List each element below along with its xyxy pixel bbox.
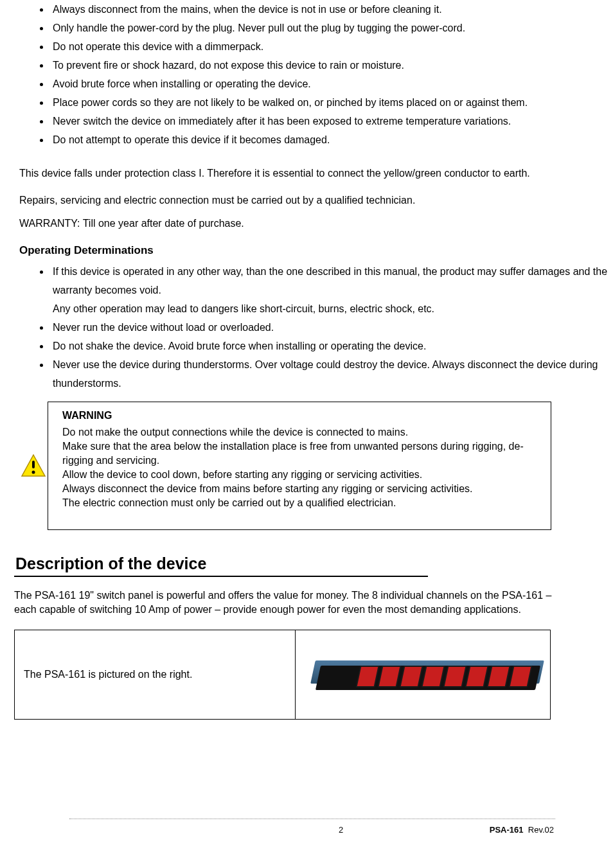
list-item: If this device is operated in any other … bbox=[50, 262, 613, 318]
product-image bbox=[304, 651, 542, 698]
list-item: Do not shake the device. Avoid brute for… bbox=[50, 337, 613, 355]
warning-line: Always disconnect the device from mains … bbox=[62, 483, 473, 494]
bullet-list-safety: Always disconnect from the mains, when t… bbox=[0, 0, 613, 149]
svg-point-2 bbox=[32, 471, 35, 474]
list-item: Never use the device during thunderstorm… bbox=[50, 355, 613, 393]
section-title: Description of the device bbox=[14, 554, 428, 577]
list-item: Never run the device without load or ove… bbox=[50, 318, 613, 337]
list-item: Place power cords so they are not likely… bbox=[50, 93, 613, 112]
footer-rule bbox=[69, 819, 555, 819]
warning-line: The electric connection must only be car… bbox=[62, 497, 396, 508]
warning-row: WARNING Do not make the output connectio… bbox=[19, 402, 613, 530]
footer-page: 2 bbox=[339, 825, 343, 835]
list-item-text: If this device is operated in any other … bbox=[53, 266, 607, 296]
warning-line: Allow the device to cool down, before st… bbox=[62, 469, 422, 480]
bullet-list-operating: If this device is operated in any other … bbox=[0, 262, 613, 393]
operating-heading: Operating Determinations bbox=[19, 244, 613, 257]
protection-class-text: This device falls under protection class… bbox=[19, 166, 574, 181]
list-item: Never switch the device on immediately a… bbox=[50, 112, 613, 130]
warning-title: WARNING bbox=[62, 409, 537, 423]
footer-rev: Rev.02 bbox=[528, 825, 554, 835]
list-item: Do not attempt to operate this device if… bbox=[50, 130, 613, 149]
warning-line: Do not make the output connections while… bbox=[62, 427, 408, 438]
list-item: Avoid brute force when installing or ope… bbox=[50, 75, 613, 93]
list-item-text: Any other operation may lead to dangers … bbox=[53, 303, 434, 314]
footer: 2 PSA-161 Rev.02 bbox=[339, 825, 554, 835]
svg-rect-1 bbox=[32, 461, 35, 468]
warning-line: Make sure that the area below the instal… bbox=[62, 441, 524, 466]
list-item: Only handle the power-cord by the plug. … bbox=[50, 19, 613, 37]
page: Always disconnect from the mains, when t… bbox=[0, 0, 613, 868]
table-left-text: The PSA-161 is pictured on the right. bbox=[24, 669, 192, 680]
section-paragraph: The PSA-161 19" switch panel is powerful… bbox=[14, 589, 555, 617]
warranty-text: WARRANTY: Till one year after date of pu… bbox=[19, 216, 574, 231]
list-item: Always disconnect from the mains, when t… bbox=[50, 0, 613, 19]
footer-product: PSA-161 bbox=[490, 825, 524, 835]
list-item: Do not operate this device with a dimmer… bbox=[50, 37, 613, 56]
repairs-text: Repairs, servicing and electric connecti… bbox=[19, 193, 574, 208]
table-cell-right bbox=[296, 630, 551, 720]
description-table: The PSA-161 is pictured on the right. bbox=[14, 630, 613, 720]
warning-icon bbox=[19, 453, 48, 479]
list-item: To prevent fire or shock hazard, do not … bbox=[50, 56, 613, 75]
table-cell-left: The PSA-161 is pictured on the right. bbox=[14, 630, 296, 720]
warning-box: WARNING Do not make the output connectio… bbox=[48, 402, 551, 530]
